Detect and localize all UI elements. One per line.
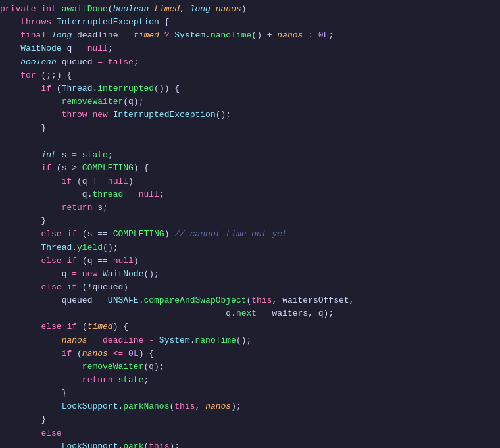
line-content: q.next = waiters, q); [0, 307, 334, 320]
code-line [0, 135, 500, 148]
code-line: } [0, 387, 500, 400]
code-line: throws InterruptedException { [0, 16, 500, 29]
line-content: } [0, 214, 46, 228]
code-line: q.next = waiters, q); [0, 307, 500, 320]
code-line: else if (!queued) [0, 281, 500, 294]
line-content: throw new InterruptedException(); [0, 109, 231, 122]
code-line: if (Thread.interrupted()) { [0, 82, 500, 95]
code-line: else if (s == COMPLETING) // cannot time… [0, 228, 500, 241]
line-content: else if (q == null) [0, 255, 139, 268]
line-content: } [0, 413, 46, 426]
line-content: boolean queued = false; [0, 56, 139, 69]
line-content: final long deadline = timed ? System.nan… [0, 29, 334, 42]
code-line: queued = UNSAFE.compareAndSwapObject(thi… [0, 294, 500, 307]
code-line: LockSupport.park(this); [0, 440, 500, 448]
line-content: return s; [0, 201, 108, 214]
line-content: throws InterruptedException { [0, 16, 169, 29]
line-content: else [0, 427, 62, 440]
line-content: int s = state; [0, 149, 113, 162]
code-editor: private int awaitDone(boolean timed, lon… [0, 0, 500, 448]
code-line: Thread.yield(); [0, 241, 500, 255]
line-content: WaitNode q = null; [0, 42, 113, 55]
code-line: q.thread = null; [0, 188, 500, 201]
line-content: return state; [0, 374, 149, 387]
code-line: removeWaiter(q); [0, 361, 500, 374]
line-content: else if (timed) { [0, 320, 128, 334]
code-line: if (nanos <= 0L) { [0, 347, 500, 361]
line-content: q.thread = null; [0, 188, 164, 201]
line-content: removeWaiter(q); [0, 95, 143, 109]
line-content: else if (!queued) [0, 281, 128, 294]
code-line: return s; [0, 201, 500, 214]
code-line: if (s > COMPLETING) { [0, 162, 500, 175]
code-line: throw new InterruptedException(); [0, 109, 500, 122]
line-content: removeWaiter(q); [0, 361, 164, 374]
line-content: if (nanos <= 0L) { [0, 347, 154, 361]
line-content: Thread.yield(); [0, 241, 118, 255]
code-line: if (q != null) [0, 175, 500, 188]
code-line: LockSupport.parkNanos(this, nanos); [0, 400, 500, 413]
code-line: else if (timed) { [0, 320, 500, 334]
code-line: for (;;) { [0, 69, 500, 82]
code-line: int s = state; [0, 149, 500, 162]
line-content: if (s > COMPLETING) { [0, 162, 149, 175]
code-line: final long deadline = timed ? System.nan… [0, 29, 500, 42]
code-line: return state; [0, 374, 500, 387]
line-content: LockSupport.park(this); [0, 440, 180, 448]
line-content: for (;;) { [0, 69, 72, 82]
line-content: if (Thread.interrupted()) { [0, 82, 180, 95]
line-content [0, 135, 5, 148]
line-content: LockSupport.parkNanos(this, nanos); [0, 400, 241, 413]
code-line: q = new WaitNode(); [0, 268, 500, 281]
line-content: q = new WaitNode(); [0, 268, 159, 281]
code-line: boolean queued = false; [0, 56, 500, 69]
code-line: private int awaitDone(boolean timed, lon… [0, 3, 500, 16]
code-line: WaitNode q = null; [0, 42, 500, 55]
code-line: else if (q == null) [0, 255, 500, 268]
code-line: } [0, 413, 500, 426]
line-content: private int awaitDone(boolean timed, lon… [0, 3, 247, 16]
code-line: else [0, 427, 500, 440]
line-content: else if (s == COMPLETING) // cannot time… [0, 228, 288, 241]
code-line: } [0, 214, 500, 228]
code-line: } [0, 122, 500, 135]
line-content: } [0, 122, 46, 135]
line-content: if (q != null) [0, 175, 134, 188]
line-content: } [0, 387, 66, 400]
line-content: queued = UNSAFE.compareAndSwapObject(thi… [0, 294, 354, 307]
code-line: removeWaiter(q); [0, 95, 500, 109]
code-line: nanos = deadline - System.nanoTime(); [0, 334, 500, 347]
line-content: nanos = deadline - System.nanoTime(); [0, 334, 251, 347]
